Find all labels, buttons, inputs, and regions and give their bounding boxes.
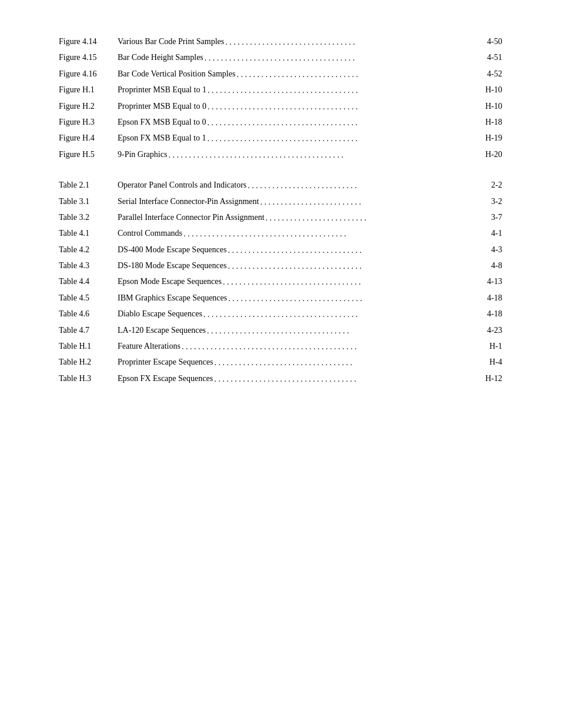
table-dots: . . . . . . . . . . . . . . . . . . . . … <box>228 260 475 272</box>
table-entry: Table 4.6 Diablo Escape Sequences . . . … <box>59 308 502 320</box>
table-entry: Table 2.1 Operator Panel Controls and In… <box>59 179 502 192</box>
figure-label: Figure 4.14 <box>59 35 118 48</box>
figure-label: Figure H.5 <box>59 148 118 161</box>
figure-label: Figure 4.15 <box>59 51 118 64</box>
figure-title: Proprinter MSB Equal to 0 <box>118 100 206 113</box>
table-title: Epson FX Escape Sequences <box>118 372 213 385</box>
figure-dots: . . . . . . . . . . . . . . . . . . . . … <box>208 132 475 145</box>
table-text: Operator Panel Controls and Indicators .… <box>118 179 476 192</box>
figure-entry: Figure H.1 Proprinter MSB Equal to 1 . .… <box>59 84 502 96</box>
figure-title: Bar Code Height Samples <box>118 51 203 64</box>
table-label: Table 4.3 <box>59 259 118 272</box>
figure-text: Epson FX MSB Equal to 0 . . . . . . . . … <box>118 116 476 129</box>
table-page: 3-7 <box>476 211 502 224</box>
figure-page: 4-50 <box>476 35 502 48</box>
table-label: Table 4.4 <box>59 275 118 288</box>
table-label: Table 3.2 <box>59 211 118 224</box>
figure-page: H-10 <box>476 84 502 96</box>
figure-title: Various Bar Code Print Samples <box>118 35 224 48</box>
figure-title: Proprinter MSB Equal to 1 <box>118 84 206 96</box>
table-dots: . . . . . . . . . . . . . . . . . . . . … <box>215 356 475 369</box>
table-text: Epson Mode Escape Sequences . . . . . . … <box>118 275 476 288</box>
table-page: 2-2 <box>476 179 502 192</box>
table-page: H-1 <box>476 340 502 353</box>
table-entry: Table 4.5 IBM Graphics Escape Sequences … <box>59 292 502 305</box>
figure-page: 4-52 <box>476 68 502 81</box>
table-page: 4-18 <box>476 292 502 305</box>
table-label: Table 2.1 <box>59 179 118 192</box>
table-title: DS-180 Mode Escape Sequences <box>118 259 226 272</box>
table-entry: Table H.3 Epson FX Escape Sequences . . … <box>59 372 502 385</box>
table-entry: Table 3.1 Serial Interface Connector-Pin… <box>59 195 502 208</box>
table-dots: . . . . . . . . . . . . . . . . . . . . … <box>203 308 475 320</box>
figure-entry: Figure H.4 Epson FX MSB Equal to 1 . . .… <box>59 132 502 145</box>
table-title: Serial Interface Connector-Pin Assignmen… <box>118 195 259 208</box>
table-text: Epson FX Escape Sequences . . . . . . . … <box>118 372 476 385</box>
figure-dots: . . . . . . . . . . . . . . . . . . . . … <box>225 36 475 48</box>
figures-section: Figure 4.14 Various Bar Code Print Sampl… <box>59 35 502 161</box>
table-title: Feature Alterations <box>118 340 181 353</box>
table-title: Proprinter Escape Sequences <box>118 356 213 369</box>
table-page: 4-18 <box>476 308 502 320</box>
table-page: 4-3 <box>476 243 502 256</box>
figure-label: Figure H.3 <box>59 116 118 129</box>
list-of-tables-section: Table 2.1 Operator Panel Controls and In… <box>59 179 502 385</box>
table-dots: . . . . . . . . . . . . . . . . . . . . … <box>248 179 475 192</box>
figure-dots: . . . . . . . . . . . . . . . . . . . . … <box>168 149 475 161</box>
table-entry: Table 4.1 Control Commands . . . . . . .… <box>59 227 502 240</box>
table-entry: Table 4.4 Epson Mode Escape Sequences . … <box>59 275 502 288</box>
figure-text: Bar Code Height Samples . . . . . . . . … <box>118 51 476 64</box>
table-text: LA-120 Escape Sequences . . . . . . . . … <box>118 324 476 337</box>
figure-dots: . . . . . . . . . . . . . . . . . . . . … <box>208 84 475 96</box>
figure-text: Epson FX MSB Equal to 1 . . . . . . . . … <box>118 132 476 145</box>
table-label: Table 4.5 <box>59 292 118 305</box>
table-label: Table H.3 <box>59 372 118 385</box>
figure-text: Various Bar Code Print Samples . . . . .… <box>118 35 476 48</box>
table-title: Operator Panel Controls and Indicators <box>118 179 246 192</box>
table-title: LA-120 Escape Sequences <box>118 324 206 337</box>
figure-label: Figure H.2 <box>59 100 118 113</box>
table-title: IBM Graphics Escape Sequences <box>118 292 227 305</box>
table-title: Diablo Escape Sequences <box>118 308 202 320</box>
table-label: Table 4.1 <box>59 227 118 240</box>
figure-text: Proprinter MSB Equal to 1 . . . . . . . … <box>118 84 476 96</box>
table-text: IBM Graphics Escape Sequences . . . . . … <box>118 292 476 305</box>
table-label: Table H.1 <box>59 340 118 353</box>
figure-text: 9-Pin Graphics . . . . . . . . . . . . .… <box>118 148 476 161</box>
figure-page: H-18 <box>476 116 502 129</box>
figure-label: Figure H.1 <box>59 84 118 96</box>
table-title: DS-400 Mode Escape Sequences <box>118 243 226 256</box>
table-label: Table H.2 <box>59 356 118 369</box>
figure-entry: Figure 4.14 Various Bar Code Print Sampl… <box>59 35 502 48</box>
table-entry: Table H.2 Proprinter Escape Sequences . … <box>59 356 502 369</box>
table-text: Feature Alterations . . . . . . . . . . … <box>118 340 476 353</box>
figure-entry: Figure 4.16 Bar Code Vertical Position S… <box>59 68 502 81</box>
table-dots: . . . . . . . . . . . . . . . . . . . . … <box>183 228 475 240</box>
table-title: Parallel Interface Connector Pin Assignm… <box>118 211 265 224</box>
figure-page: 4-51 <box>476 51 502 64</box>
table-dots: . . . . . . . . . . . . . . . . . . . . … <box>228 292 475 305</box>
table-page: 3-2 <box>476 195 502 208</box>
table-label: Table 4.6 <box>59 308 118 320</box>
figure-entry: Figure H.5 9-Pin Graphics . . . . . . . … <box>59 148 502 161</box>
table-label: Table 4.7 <box>59 324 118 337</box>
table-page: 4-8 <box>476 259 502 272</box>
table-dots: . . . . . . . . . . . . . . . . . . . . … <box>223 276 475 288</box>
table-entry: Table 4.7 LA-120 Escape Sequences . . . … <box>59 324 502 337</box>
figure-dots: . . . . . . . . . . . . . . . . . . . . … <box>208 101 475 113</box>
table-dots: . . . . . . . . . . . . . . . . . . . . … <box>182 340 475 353</box>
table-text: Proprinter Escape Sequences . . . . . . … <box>118 356 476 369</box>
table-page: H-4 <box>476 356 502 369</box>
table-page: H-12 <box>476 372 502 385</box>
figure-dots: . . . . . . . . . . . . . . . . . . . . … <box>236 68 475 81</box>
table-text: DS-180 Mode Escape Sequences . . . . . .… <box>118 259 476 272</box>
figure-dots: . . . . . . . . . . . . . . . . . . . . … <box>208 116 475 129</box>
table-text: Diablo Escape Sequences . . . . . . . . … <box>118 308 476 320</box>
table-dots: . . . . . . . . . . . . . . . . . . . . … <box>214 373 475 385</box>
figure-page: H-20 <box>476 148 502 161</box>
table-title: Epson Mode Escape Sequences <box>118 275 222 288</box>
figure-title: Epson FX MSB Equal to 0 <box>118 116 206 129</box>
table-entry: Table 4.2 DS-400 Mode Escape Sequences .… <box>59 243 502 256</box>
figure-entry: Figure H.2 Proprinter MSB Equal to 0 . .… <box>59 100 502 113</box>
figure-label: Figure 4.16 <box>59 68 118 81</box>
